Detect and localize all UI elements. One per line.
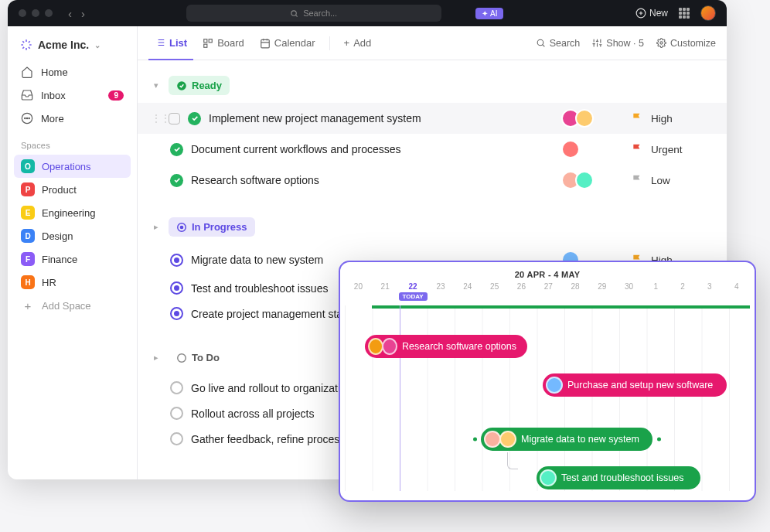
chevron-down-icon: ⌄ bbox=[94, 41, 101, 49]
space-item-finance[interactable]: FFinance bbox=[14, 247, 131, 271]
chevron-right-icon[interactable]: ▸ bbox=[152, 222, 161, 232]
status-ready-icon[interactable] bbox=[188, 112, 201, 125]
timeline-day[interactable]: 24 bbox=[454, 282, 481, 305]
chevron-down-icon[interactable]: ▾ bbox=[152, 80, 161, 90]
priority-label[interactable]: Low bbox=[651, 175, 713, 186]
assignee-avatar bbox=[540, 469, 557, 486]
priority-label[interactable]: Urgent bbox=[651, 144, 713, 155]
timeline-day[interactable]: 23 bbox=[428, 282, 455, 305]
group-header-inprogress[interactable]: ▸ In Progress bbox=[138, 210, 727, 244]
drag-handle-icon[interactable]: ⋮⋮ bbox=[152, 113, 161, 124]
timeline-day[interactable]: 3 bbox=[697, 282, 724, 305]
status-ready-icon[interactable] bbox=[170, 143, 183, 156]
ai-button[interactable]: ✦ AI bbox=[475, 8, 503, 19]
assignees[interactable] bbox=[561, 109, 623, 128]
timeline-day[interactable]: 2 bbox=[669, 282, 697, 305]
timeline-handle[interactable] bbox=[657, 438, 661, 442]
svg-point-15 bbox=[178, 353, 186, 362]
timeline-day[interactable]: 21 bbox=[372, 282, 399, 305]
space-item-design[interactable]: DDesign bbox=[14, 224, 131, 247]
flag-icon[interactable] bbox=[631, 174, 643, 187]
add-space-button[interactable]: + Add Space bbox=[14, 294, 131, 318]
task-checkbox[interactable] bbox=[169, 113, 180, 124]
space-item-product[interactable]: PProduct bbox=[14, 178, 131, 201]
timeline-day[interactable]: 26 bbox=[508, 282, 535, 305]
timeline-day[interactable]: 25 bbox=[481, 282, 508, 305]
group-header-ready[interactable]: ▾ Ready bbox=[138, 68, 727, 103]
svg-rect-7 bbox=[209, 39, 212, 42]
space-item-engineering[interactable]: EEngineering bbox=[14, 201, 131, 224]
toolbar-customize[interactable]: Customize bbox=[656, 38, 716, 49]
assignees[interactable] bbox=[561, 140, 623, 159]
status-todo-icon[interactable] bbox=[170, 381, 183, 394]
nav-forward-icon[interactable]: › bbox=[81, 7, 85, 20]
svg-rect-8 bbox=[204, 44, 207, 47]
tab-board[interactable]: Board bbox=[196, 26, 250, 60]
timeline-popup: 20 APR - 4 MAY 202122TODAY23242526272829… bbox=[339, 261, 756, 502]
space-icon: D bbox=[21, 229, 35, 243]
timeline-day[interactable]: 27 bbox=[535, 282, 562, 305]
space-icon: H bbox=[21, 275, 35, 289]
space-label: Product bbox=[42, 184, 77, 196]
circle-icon bbox=[176, 353, 187, 363]
toolbar-show[interactable]: Show · 5 bbox=[592, 38, 644, 49]
timeline-day[interactable]: 1 bbox=[642, 282, 669, 305]
tab-calendar[interactable]: Calendar bbox=[254, 26, 322, 60]
timeline-day[interactable]: 28 bbox=[562, 282, 589, 305]
timeline-task[interactable]: Migrate data to new system bbox=[481, 428, 652, 451]
timeline-task[interactable]: Research software options bbox=[365, 335, 527, 358]
task-row[interactable]: Research software optionsLow bbox=[138, 165, 727, 196]
nav-back-icon[interactable]: ‹ bbox=[68, 7, 72, 20]
global-search[interactable]: Search... bbox=[186, 5, 441, 22]
timeline-task[interactable]: Purchase and setup new software bbox=[543, 373, 727, 397]
check-circle-icon bbox=[176, 80, 187, 91]
user-avatar[interactable] bbox=[700, 5, 716, 21]
nav-more[interactable]: More bbox=[14, 107, 131, 130]
status-todo-icon[interactable] bbox=[170, 432, 183, 445]
svg-point-5 bbox=[29, 118, 29, 118]
timeline-day[interactable]: 22TODAY bbox=[399, 282, 428, 305]
flag-icon[interactable] bbox=[631, 112, 643, 125]
space-label: Finance bbox=[42, 254, 77, 265]
space-item-hr[interactable]: HHR bbox=[14, 271, 131, 294]
board-icon bbox=[203, 38, 213, 49]
timeline-task[interactable]: Test and troubleshoot issues bbox=[537, 466, 700, 489]
timeline-day[interactable]: 30 bbox=[615, 282, 642, 305]
timeline-day[interactable]: 29 bbox=[588, 282, 615, 305]
timeline-day[interactable]: 4 bbox=[723, 282, 750, 305]
spaces-heading: Spaces bbox=[14, 130, 131, 155]
timeline-day[interactable]: 20 bbox=[345, 282, 372, 305]
tab-add-view[interactable]: + Add bbox=[338, 26, 378, 60]
workspace-switcher[interactable]: Acme Inc. ⌄ bbox=[14, 34, 131, 56]
timeline-handle[interactable] bbox=[473, 438, 477, 442]
status-ready-icon[interactable] bbox=[170, 174, 183, 187]
space-icon: E bbox=[21, 206, 35, 220]
chevron-right-icon[interactable]: ▸ bbox=[152, 353, 161, 363]
status-inprogress-icon[interactable] bbox=[170, 307, 183, 320]
space-icon: P bbox=[21, 182, 35, 196]
task-row[interactable]: ⋮⋮Implement new project management syste… bbox=[138, 103, 727, 134]
new-button[interactable]: New bbox=[635, 8, 668, 19]
sliders-icon bbox=[592, 38, 602, 48]
toolbar-search[interactable]: Search bbox=[536, 38, 581, 49]
plus-circle-icon bbox=[635, 8, 646, 19]
tab-list[interactable]: List bbox=[148, 27, 193, 60]
inbox-icon bbox=[21, 89, 33, 101]
apps-icon[interactable] bbox=[679, 8, 690, 19]
status-todo-icon[interactable] bbox=[170, 407, 183, 420]
priority-label[interactable]: High bbox=[651, 113, 713, 124]
space-label: Design bbox=[42, 230, 73, 242]
flag-icon[interactable] bbox=[631, 143, 643, 156]
timeline-grid[interactable]: Research software options Purchase and s… bbox=[340, 305, 755, 491]
assignee-avatar bbox=[575, 109, 594, 128]
space-item-operations[interactable]: OOperations bbox=[14, 155, 131, 178]
nav-home[interactable]: Home bbox=[14, 60, 131, 84]
assignees[interactable] bbox=[561, 171, 623, 189]
status-inprogress-icon[interactable] bbox=[170, 281, 183, 295]
space-label: Engineering bbox=[42, 207, 95, 219]
task-row[interactable]: Document current workflows and processes… bbox=[138, 134, 727, 165]
nav-inbox[interactable]: Inbox 9 bbox=[14, 84, 131, 107]
status-inprogress-icon[interactable] bbox=[170, 254, 183, 267]
search-icon bbox=[536, 38, 546, 48]
window-controls[interactable] bbox=[19, 9, 53, 17]
